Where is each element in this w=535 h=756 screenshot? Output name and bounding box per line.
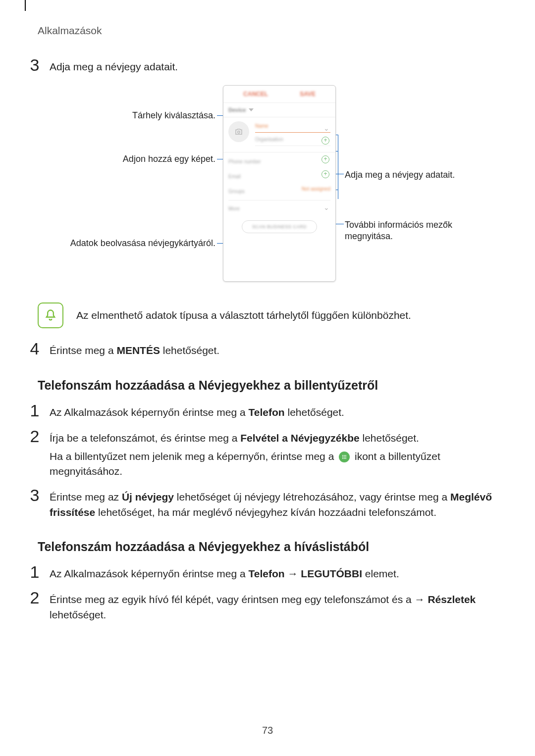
camera-icon: [234, 127, 243, 136]
breadcrumb: Alkalmazások: [38, 25, 500, 37]
step-number: 3: [25, 487, 45, 520]
note: Az elmenthető adatok típusa a választott…: [38, 302, 500, 328]
callout-line: [338, 135, 338, 199]
save-button[interactable]: SAVE: [300, 91, 316, 98]
callout-scan: Adatok beolvasása névjegykártyáról.: [50, 238, 215, 249]
step-b1: 1 Az Alkalmazások képernyőn érintse meg …: [25, 566, 500, 581]
bell-icon: [44, 308, 57, 322]
plus-icon[interactable]: +: [321, 137, 329, 145]
scan-card-button[interactable]: SCAN BUSINESS CARD: [242, 220, 317, 233]
plus-icon[interactable]: +: [321, 155, 329, 163]
phone-mock: CANCEL SAVE Device Name⌄ Organisation+: [223, 85, 336, 282]
svg-point-8: [344, 458, 345, 459]
cancel-button[interactable]: CANCEL: [243, 91, 268, 98]
note-text: Az elmenthető adatok típusa a választott…: [76, 309, 411, 321]
callout-enter-data: Adja meg a névjegy adatait.: [345, 169, 455, 181]
step-3: 3 Adja meg a névjegy adatait.: [25, 59, 500, 74]
phone-field[interactable]: Phone number+: [228, 153, 330, 168]
svg-point-0: [238, 131, 240, 134]
svg-point-3: [345, 455, 346, 456]
groups-field[interactable]: GroupsNot assigned: [228, 183, 330, 198]
callout-add-image: Adjon hozzá egy képet.: [50, 153, 215, 165]
step-number: 1: [25, 402, 45, 420]
dropdown-icon: [249, 108, 254, 111]
dialpad-icon: [339, 452, 350, 462]
page-number: 73: [0, 725, 535, 736]
email-field[interactable]: Email+: [228, 168, 330, 183]
step-text: Érintse meg a MENTÉS lehetőséget.: [45, 343, 500, 358]
step-text: Az Alkalmazások képernyőn érintse meg a …: [45, 405, 500, 420]
callout-storage: Tárhely kiválasztása.: [50, 110, 215, 121]
svg-point-4: [342, 456, 343, 457]
section-heading: Telefonszám hozzáadása a Névjegyekhez a …: [38, 377, 500, 394]
header-tick: [25, 0, 26, 11]
note-icon: [38, 302, 63, 328]
step-a2: 2 Írja be a telefonszámot, és érintse me…: [25, 431, 500, 479]
svg-point-2: [344, 455, 345, 456]
svg-point-9: [345, 458, 346, 459]
step-number: 3: [25, 56, 45, 74]
storage-selector[interactable]: Device: [228, 107, 330, 113]
step-text: Érintse meg az Új névjegy lehetőséget új…: [45, 490, 500, 520]
step-text: Írja be a telefonszámot, és érintse meg …: [45, 431, 500, 479]
diagram: Tárhely kiválasztása. Adjon hozzá egy ké…: [50, 85, 476, 291]
step-number: 2: [25, 589, 45, 622]
plus-icon[interactable]: +: [321, 170, 329, 178]
step-text: Az Alkalmazások képernyőn érintse meg a …: [45, 566, 500, 581]
step-text: Adja meg a névjegy adatait.: [45, 59, 500, 74]
step-a1: 1 Az Alkalmazások képernyőn érintse meg …: [25, 405, 500, 420]
name-field[interactable]: Name⌄: [255, 121, 330, 133]
more-field[interactable]: More⌄: [228, 200, 330, 215]
svg-point-5: [344, 456, 345, 457]
step-4: 4 Érintse meg a MENTÉS lehetőséget.: [25, 343, 500, 358]
step-text: Érintse meg az egyik hívó fél képét, vag…: [45, 592, 500, 622]
step-number: 2: [25, 428, 45, 479]
step-number: 4: [25, 340, 45, 358]
chevron-down-icon: ⌄: [323, 203, 329, 211]
step-b2: 2 Érintse meg az egyik hívó fél képét, v…: [25, 592, 500, 622]
svg-point-7: [342, 458, 343, 459]
svg-point-1: [342, 455, 343, 456]
step-number: 1: [25, 563, 45, 581]
step-a3: 3 Érintse meg az Új névjegy lehetőséget …: [25, 490, 500, 520]
section-heading: Telefonszám hozzáadása a Névjegyekhez a …: [38, 539, 500, 555]
svg-point-6: [345, 456, 346, 457]
chevron-down-icon: ⌄: [323, 124, 329, 132]
callout-more-fields: További információs mezők megnyitása.: [345, 219, 464, 242]
org-field[interactable]: Organisation+: [255, 135, 330, 146]
avatar-add[interactable]: [228, 121, 249, 142]
